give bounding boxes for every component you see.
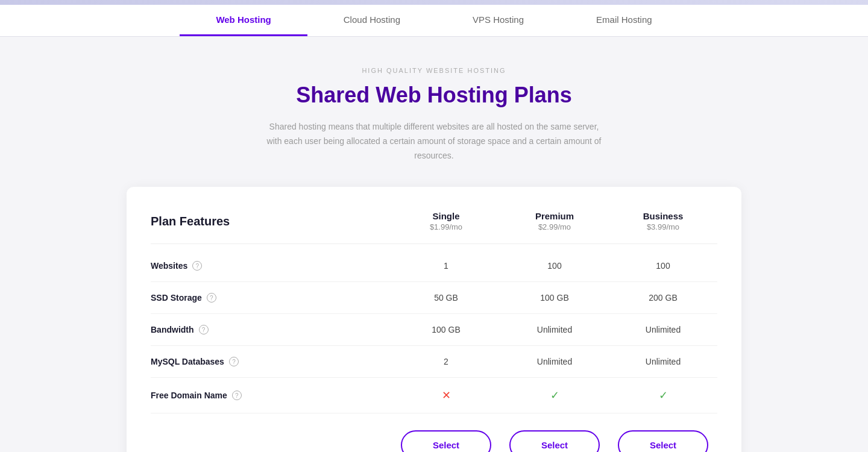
feature-value-free-domain-business: ✓ [609, 389, 717, 402]
tab-email-hosting[interactable]: Email Hosting [560, 5, 688, 36]
help-icon-mysql-databases[interactable]: ? [229, 357, 239, 366]
tab-cloud-hosting[interactable]: Cloud Hosting [307, 5, 436, 36]
plan-col-single: Single $1.99/mo [392, 211, 500, 231]
feature-value-mysql-databases-single: 2 [392, 357, 500, 366]
plan-col-premium: Premium $2.99/mo [500, 211, 609, 231]
plan-name-single: Single [392, 211, 500, 221]
feature-value-websites-single: 1 [392, 261, 500, 271]
feature-label-free-domain: Free Domain Name [151, 391, 227, 400]
plan-price-premium: $2.99/mo [500, 222, 609, 231]
feature-label-ssd-storage: SSD Storage [151, 293, 202, 303]
select-single-cell: Select [392, 430, 500, 452]
feature-value-bandwidth-business: Unlimited [609, 325, 717, 334]
tab-web-hosting[interactable]: Web Hosting [180, 5, 307, 36]
feature-name-ssd-storage: SSD Storage? [151, 293, 392, 303]
select-business-cell: Select [609, 430, 717, 452]
page-title: Shared Web Hosting Plans [12, 83, 856, 108]
plan-name-business: Business [609, 211, 717, 221]
feature-name-websites: Websites? [151, 261, 392, 271]
plan-price-business: $3.99/mo [609, 222, 717, 231]
help-icon-ssd-storage[interactable]: ? [207, 293, 216, 303]
feature-row-free-domain: Free Domain Name?✕✓✓ [151, 378, 717, 413]
cross-icon: ✕ [442, 389, 451, 401]
plan-features-title: Plan Features [151, 211, 392, 231]
feature-label-mysql-databases: MySQL Databases [151, 357, 224, 366]
page-header: HIGH QUALITY WEBSITE HOSTING Shared Web … [0, 37, 868, 187]
feature-value-ssd-storage-single: 50 GB [392, 293, 500, 303]
select-row: Select Select Select [151, 413, 717, 452]
plan-col-business: Business $3.99/mo [609, 211, 717, 231]
page-description: Shared hosting means that multiple diffe… [265, 120, 603, 163]
select-spacer [151, 430, 392, 452]
plan-header-row: Plan Features Single $1.99/mo Premium $2… [151, 211, 717, 244]
top-bar [0, 0, 868, 5]
help-icon-bandwidth[interactable]: ? [199, 325, 209, 334]
help-icon-websites[interactable]: ? [192, 261, 202, 271]
feature-name-mysql-databases: MySQL Databases? [151, 357, 392, 366]
select-premium-button[interactable]: Select [509, 430, 600, 452]
feature-value-bandwidth-premium: Unlimited [500, 325, 609, 334]
page-subtitle: HIGH QUALITY WEBSITE HOSTING [12, 67, 856, 74]
plan-name-premium: Premium [500, 211, 609, 221]
feature-value-mysql-databases-business: Unlimited [609, 357, 717, 366]
feature-row-bandwidth: Bandwidth?100 GBUnlimitedUnlimited [151, 314, 717, 346]
feature-value-free-domain-single: ✕ [392, 389, 500, 402]
plan-price-single: $1.99/mo [392, 222, 500, 231]
comparison-card: Plan Features Single $1.99/mo Premium $2… [127, 187, 741, 452]
help-icon-free-domain[interactable]: ? [232, 391, 242, 400]
feature-name-free-domain: Free Domain Name? [151, 391, 392, 400]
feature-value-mysql-databases-premium: Unlimited [500, 357, 609, 366]
check-icon: ✓ [659, 389, 668, 401]
feature-name-bandwidth: Bandwidth? [151, 325, 392, 334]
nav-tabs: Web Hosting Cloud Hosting VPS Hosting Em… [0, 5, 868, 37]
check-icon: ✓ [550, 389, 559, 401]
tab-vps-hosting[interactable]: VPS Hosting [436, 5, 560, 36]
select-premium-cell: Select [500, 430, 609, 452]
feature-rows: Websites?1100100SSD Storage?50 GB100 GB2… [151, 250, 717, 413]
feature-value-websites-business: 100 [609, 261, 717, 271]
feature-value-free-domain-premium: ✓ [500, 389, 609, 402]
feature-value-bandwidth-single: 100 GB [392, 325, 500, 334]
feature-row-ssd-storage: SSD Storage?50 GB100 GB200 GB [151, 282, 717, 314]
feature-label-bandwidth: Bandwidth [151, 325, 194, 334]
feature-value-websites-premium: 100 [500, 261, 609, 271]
select-single-button[interactable]: Select [401, 430, 491, 452]
select-business-button[interactable]: Select [618, 430, 708, 452]
feature-value-ssd-storage-business: 200 GB [609, 293, 717, 303]
feature-label-websites: Websites [151, 261, 187, 271]
feature-value-ssd-storage-premium: 100 GB [500, 293, 609, 303]
feature-row-mysql-databases: MySQL Databases?2UnlimitedUnlimited [151, 346, 717, 378]
feature-row-websites: Websites?1100100 [151, 250, 717, 282]
